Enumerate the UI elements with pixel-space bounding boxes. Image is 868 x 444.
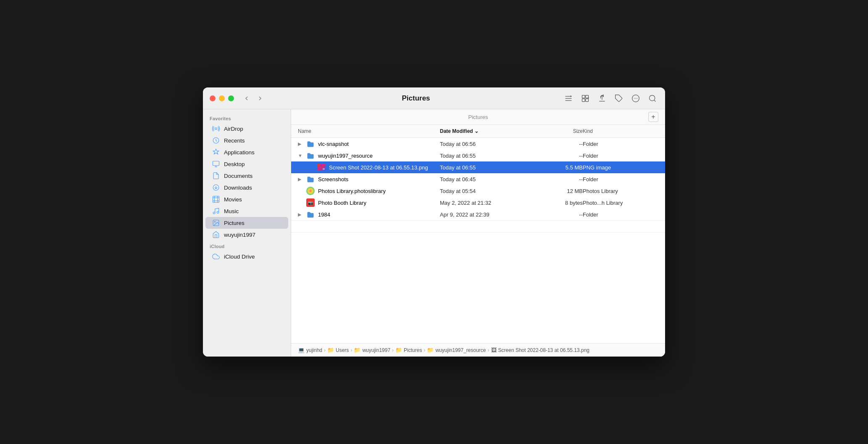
bc-label: Pictures <box>404 347 422 353</box>
music-icon <box>212 207 220 215</box>
breadcrumb: 💻 yujinhd › 📁 Users › 📁 wuyujin1997 › 📁 … <box>291 343 665 357</box>
date-cell: Today at 06:55 <box>440 153 532 159</box>
svg-rect-21 <box>213 196 219 203</box>
expand-icon[interactable]: ▶ <box>298 212 303 217</box>
date-cell: May 2, 2022 at 21:32 <box>440 200 532 206</box>
svg-point-27 <box>217 211 219 214</box>
bc-item[interactable]: 🖼 Screen Shot 2022-08-13 at 06.55.13.png <box>491 347 590 353</box>
table-row[interactable]: ▶ Screenshots Today at 06:45 -- Folder <box>291 173 665 185</box>
sidebar-item-pictures[interactable]: Pictures <box>205 217 288 229</box>
bc-sep: › <box>488 347 489 353</box>
home-label: wuyujin1997 <box>224 232 255 238</box>
bc-item[interactable]: 📁 wuyujin1997 <box>354 347 390 353</box>
pictures-icon <box>212 219 220 227</box>
more-button[interactable] <box>630 92 642 104</box>
folder-icon <box>306 210 315 219</box>
table-header: Name Date Modified ⌄ Size Kind <box>291 125 665 138</box>
bc-sep: › <box>324 347 326 353</box>
bc-item[interactable]: 📁 Users <box>327 347 349 353</box>
add-button[interactable]: + <box>648 112 658 122</box>
col-size[interactable]: Size <box>532 127 583 136</box>
minimize-button[interactable] <box>219 95 225 101</box>
sidebar: Favorites AirDrop <box>203 109 291 357</box>
grid-view-button[interactable] <box>579 92 591 104</box>
back-button[interactable] <box>241 93 253 103</box>
size-cell: 12 MB <box>532 188 583 194</box>
sidebar-item-icloud-drive[interactable]: iCloud Drive <box>205 251 288 262</box>
table-row[interactable]: 📷 Photo Booth Library May 2, 2022 at 21:… <box>291 197 665 209</box>
applications-label: Applications <box>224 149 255 156</box>
tag-button[interactable] <box>613 92 625 104</box>
table-row[interactable]: ▶ vlc-snapshot Today at 06:56 -- Folder <box>291 138 665 150</box>
home-icon <box>212 231 220 238</box>
toolbar-right <box>563 92 658 104</box>
photobooth-icon: 📷 <box>306 198 315 207</box>
recents-label: Recents <box>224 137 245 144</box>
size-cell: -- <box>532 153 583 159</box>
size-cell: 5.5 MB <box>532 164 583 171</box>
sidebar-item-desktop[interactable]: Desktop <box>205 158 288 170</box>
close-button[interactable] <box>210 95 216 101</box>
bc-item[interactable]: 📁 wuyujin1997_resource <box>427 347 486 353</box>
path-bar: Pictures + <box>291 109 665 125</box>
kind-cell: Folder <box>583 211 658 218</box>
sidebar-item-airdrop[interactable]: AirDrop <box>205 123 288 135</box>
sidebar-item-music[interactable]: Music <box>205 205 288 217</box>
bc-item[interactable]: 📁 Pictures <box>395 347 422 353</box>
bc-label: yujinhd <box>306 347 322 353</box>
size-cell: -- <box>532 211 583 218</box>
table-row[interactable]: ▶ 1984 Apr 9, 2022 at 22:39 -- Folder <box>291 209 665 220</box>
traffic-lights <box>210 95 234 101</box>
movies-label: Movies <box>224 196 242 203</box>
file-name: vlc-snapshot <box>318 141 349 147</box>
share-button[interactable] <box>596 92 608 104</box>
date-cell: Today at 06:55 <box>440 164 532 171</box>
sidebar-item-downloads[interactable]: Downloads <box>205 182 288 193</box>
row-name: ▶ vlc-snapshot <box>298 140 440 148</box>
svg-point-10 <box>635 98 636 99</box>
file-name: Screenshots <box>318 176 348 182</box>
col-name[interactable]: Name <box>298 127 440 136</box>
folder-icon: 📁 <box>354 347 360 353</box>
expand-icon[interactable]: ▼ <box>298 153 303 158</box>
sidebar-item-home[interactable]: wuyujin1997 <box>205 229 288 240</box>
window-title: Pictures <box>269 94 563 103</box>
row-name: ▶ Screenshots <box>298 175 440 183</box>
table-row[interactable]: Photos Library.photoslibrary Today at 05… <box>291 185 665 197</box>
expand-icon[interactable]: ▶ <box>298 141 303 147</box>
sidebar-item-applications[interactable]: Applications <box>205 146 288 158</box>
file-name: Photos Library.photoslibrary <box>318 188 386 194</box>
col-date[interactable]: Date Modified ⌄ <box>440 127 532 136</box>
forward-button[interactable] <box>254 93 266 103</box>
folder-icon <box>306 175 315 183</box>
maximize-button[interactable] <box>228 95 234 101</box>
row-name: 📷 Photo Booth Library <box>298 198 440 207</box>
empty-row <box>291 220 665 232</box>
search-button[interactable] <box>647 92 658 104</box>
date-cell: Today at 05:54 <box>440 188 532 194</box>
file-name: Screen Shot 2022-08-13 at 06.55.13.png <box>329 164 428 171</box>
list-view-button[interactable] <box>563 92 574 104</box>
documents-icon <box>212 172 220 180</box>
recents-icon <box>212 137 220 144</box>
sidebar-item-documents[interactable]: Documents <box>205 170 288 182</box>
kind-cell: Photos Library <box>583 188 658 194</box>
folder-icon <box>306 151 315 160</box>
bc-item[interactable]: 💻 yujinhd <box>298 347 322 353</box>
expand-icon[interactable]: ▶ <box>298 177 303 182</box>
bc-sep: › <box>423 347 425 353</box>
bc-label: wuyujin1997_resource <box>435 347 486 353</box>
sidebar-item-recents[interactable]: Recents <box>205 135 288 146</box>
table-row[interactable]: ▼ wuyujin1997_resource Today at 06:55 --… <box>291 150 665 161</box>
kind-cell: Folder <box>583 153 658 159</box>
icloud-drive-label: iCloud Drive <box>224 254 255 260</box>
row-name: Photos Library.photoslibrary <box>298 187 440 195</box>
table-row-selected[interactable]: Screen Shot 2022-08-13 at 06.55.13.png T… <box>291 161 665 173</box>
svg-point-11 <box>637 98 638 99</box>
desktop-label: Desktop <box>224 161 245 167</box>
image-icon: 🖼 <box>491 347 497 353</box>
sidebar-item-movies[interactable]: Movies <box>205 193 288 205</box>
col-kind[interactable]: Kind <box>583 127 658 136</box>
svg-rect-5 <box>582 98 585 101</box>
folder-icon: 📁 <box>395 347 402 353</box>
